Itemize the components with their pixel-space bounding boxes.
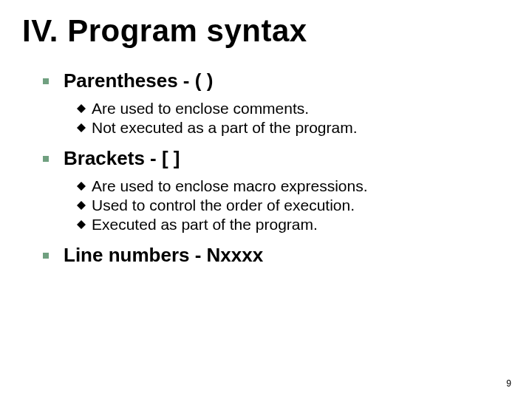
sub-list: Are used to enclose comments. Not execut… — [43, 100, 510, 137]
diamond-bullet-icon — [77, 182, 86, 191]
item-text: Executed as part of the program. — [92, 216, 318, 233]
section-heading: Parentheses - ( ) — [64, 69, 213, 92]
content-list: Parentheses - ( ) Are used to enclose co… — [22, 69, 510, 267]
section-row: Brackets - [ ] — [43, 147, 510, 170]
item-text: Used to control the order of execution. — [92, 197, 355, 214]
svg-marker-4 — [77, 220, 86, 229]
item-text: Not executed as a part of the program. — [92, 119, 358, 137]
diamond-bullet-icon — [77, 104, 86, 113]
item-text: Are used to enclose comments. — [92, 100, 309, 117]
slide-title: IV. Program syntax — [22, 13, 510, 49]
svg-marker-3 — [77, 201, 86, 210]
square-bullet-icon — [43, 156, 49, 162]
page-number: 9 — [506, 378, 511, 389]
square-bullet-icon — [43, 253, 49, 259]
sub-list: Are used to enclose macro expressions. U… — [43, 177, 510, 233]
svg-marker-0 — [77, 104, 86, 113]
svg-marker-2 — [77, 182, 86, 191]
list-item: Used to control the order of execution. — [77, 197, 510, 214]
svg-marker-1 — [77, 123, 86, 132]
square-bullet-icon — [43, 78, 49, 84]
item-text: Are used to enclose macro expressions. — [92, 177, 368, 195]
list-item: Not executed as a part of the program. — [77, 119, 510, 137]
slide: IV. Program syntax Parentheses - ( ) Are… — [0, 0, 532, 399]
section-row: Parentheses - ( ) — [43, 69, 510, 92]
section-parentheses: Parentheses - ( ) Are used to enclose co… — [43, 69, 510, 137]
list-item: Executed as part of the program. — [77, 216, 510, 233]
list-item: Are used to enclose comments. — [77, 100, 510, 117]
diamond-bullet-icon — [77, 220, 86, 229]
section-row: Line numbers - Nxxxx — [43, 244, 510, 267]
diamond-bullet-icon — [77, 123, 86, 132]
section-heading: Brackets - [ ] — [64, 147, 180, 170]
section-heading: Line numbers - Nxxxx — [64, 244, 263, 267]
list-item: Are used to enclose macro expressions. — [77, 177, 510, 195]
section-linenumbers: Line numbers - Nxxxx — [43, 244, 510, 267]
diamond-bullet-icon — [77, 201, 86, 210]
section-brackets: Brackets - [ ] Are used to enclose macro… — [43, 147, 510, 233]
